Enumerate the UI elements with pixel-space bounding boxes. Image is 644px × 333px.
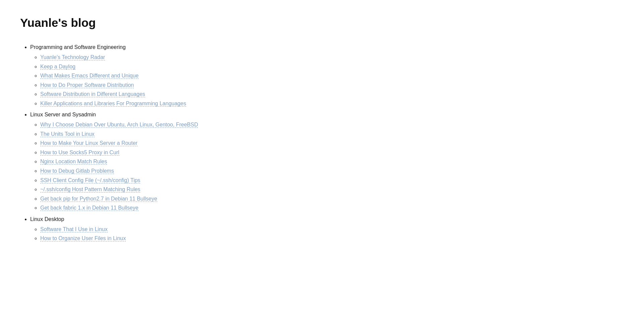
- category-item-linux-desktop: Linux DesktopSoftware That I Use in Linu…: [30, 215, 624, 243]
- blog-link-ssh-host-pattern[interactable]: ~/.ssh/config Host Pattern Matching Rule…: [40, 186, 140, 192]
- blog-link-tech-radar[interactable]: Yuanle's Technology Radar: [40, 54, 105, 60]
- list-item: How to Make Your Linux Server a Router: [40, 139, 624, 148]
- blog-link-router[interactable]: How to Make Your Linux Server a Router: [40, 140, 138, 146]
- category-item-programming: Programming and Software EngineeringYuan…: [30, 43, 624, 108]
- blog-link-pip-python27[interactable]: Get back pip for Python2.7 in Debian 11 …: [40, 196, 157, 202]
- blog-link-software-dist[interactable]: How to Do Proper Software Distribution: [40, 82, 134, 88]
- category-label-linux-desktop: Linux Desktop: [30, 216, 64, 222]
- page-title: Yuanle's blog: [20, 13, 624, 32]
- list-item: Software Distribution in Different Langu…: [40, 90, 624, 99]
- list-item: Software That I Use in Linux: [40, 225, 624, 234]
- list-item: Get back fabric 1.x in Debian 11 Bullsey…: [40, 204, 624, 212]
- list-item: ~/.ssh/config Host Pattern Matching Rule…: [40, 185, 624, 194]
- list-item: How to Do Proper Software Distribution: [40, 81, 624, 90]
- blog-link-killer-apps[interactable]: Killer Applications and Libraries For Pr…: [40, 101, 186, 107]
- category-list: Programming and Software EngineeringYuan…: [20, 43, 624, 242]
- sub-list-linux-desktop: Software That I Use in LinuxHow to Organ…: [30, 225, 624, 243]
- blog-link-debian[interactable]: Why I Choose Debian Over Ubuntu, Arch Li…: [40, 122, 198, 128]
- blog-link-emacs[interactable]: What Makes Emacs Different and Unique: [40, 73, 139, 79]
- blog-link-fabric[interactable]: Get back fabric 1.x in Debian 11 Bullsey…: [40, 205, 139, 211]
- sub-list-linux-server: Why I Choose Debian Over Ubuntu, Arch Li…: [30, 120, 624, 212]
- blog-link-nginx-location[interactable]: Nginx Location Match Rules: [40, 159, 107, 165]
- blog-link-daylog[interactable]: Keep a Daylog: [40, 64, 75, 70]
- blog-link-ssh-config[interactable]: SSH Client Config File (~/.ssh/config) T…: [40, 177, 140, 183]
- list-item: Nginx Location Match Rules: [40, 157, 624, 166]
- list-item: Yuanle's Technology Radar: [40, 53, 624, 62]
- list-item: SSH Client Config File (~/.ssh/config) T…: [40, 176, 624, 185]
- list-item: Why I Choose Debian Over Ubuntu, Arch Li…: [40, 120, 624, 129]
- blog-link-dist-languages[interactable]: Software Distribution in Different Langu…: [40, 91, 145, 97]
- category-label-programming: Programming and Software Engineering: [30, 44, 126, 50]
- list-item: Get back pip for Python2.7 in Debian 11 …: [40, 195, 624, 203]
- list-item: Keep a Daylog: [40, 62, 624, 71]
- blog-link-gitlab-debug[interactable]: How to Debug Gitlab Problems: [40, 168, 114, 174]
- blog-link-user-files[interactable]: How to Organize User Files in Linux: [40, 235, 126, 241]
- category-label-linux-server: Linux Server and Sysadmin: [30, 112, 96, 117]
- list-item: How to Debug Gitlab Problems: [40, 167, 624, 175]
- list-item: How to Use Socks5 Proxy in Curl: [40, 148, 624, 157]
- list-item: Killer Applications and Libraries For Pr…: [40, 99, 624, 108]
- list-item: How to Organize User Files in Linux: [40, 234, 624, 243]
- list-item: What Makes Emacs Different and Unique: [40, 71, 624, 80]
- sub-list-programming: Yuanle's Technology RadarKeep a DaylogWh…: [30, 53, 624, 108]
- blog-link-socks5[interactable]: How to Use Socks5 Proxy in Curl: [40, 150, 119, 156]
- blog-link-units-tool[interactable]: The Units Tool in Linux: [40, 131, 95, 137]
- category-item-linux-server: Linux Server and SysadminWhy I Choose De…: [30, 110, 624, 212]
- blog-link-linux-software[interactable]: Software That I Use in Linux: [40, 226, 108, 232]
- list-item: The Units Tool in Linux: [40, 130, 624, 138]
